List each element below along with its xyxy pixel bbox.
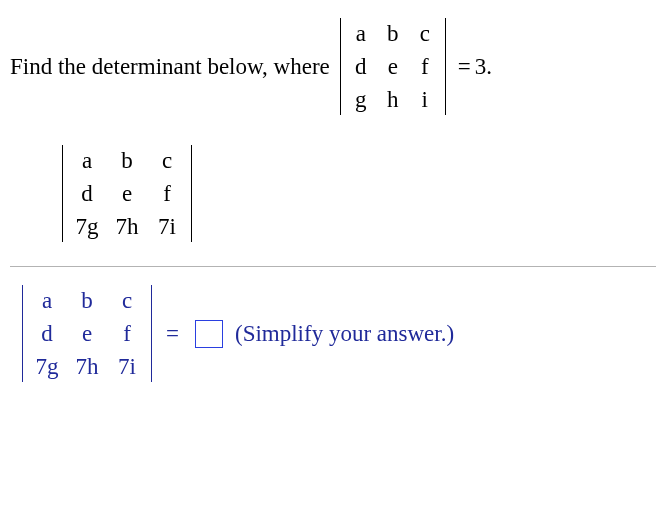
cell: d [71,182,103,205]
matrix-bar-left [22,285,23,382]
cell: e [111,182,143,205]
target-determinant: a b c d e f 7g 7h 7i [56,145,198,242]
matrix-bar-right [445,18,446,115]
cell: d [349,55,373,78]
prompt-text: Find the determinant below, where [10,54,330,80]
cell: c [111,289,143,312]
cell: a [31,289,63,312]
cell: g [349,88,373,111]
divider [10,266,656,267]
matrix-bar-right [191,145,192,242]
answer-determinant: a b c d e f 7g 7h 7i [16,285,158,382]
cell: a [349,22,373,45]
target-determinant-display: a b c d e f 7g 7h 7i [56,145,656,248]
cell: f [413,55,437,78]
cell: 7g [31,355,63,378]
matrix-grid: a b c d e f g h i [347,18,439,115]
matrix-grid: a b c d e f 7g 7h 7i [69,145,185,242]
cell: e [381,55,405,78]
cell: a [71,149,103,172]
matrix-bar-left [62,145,63,242]
cell: f [151,182,183,205]
cell: 7h [71,355,103,378]
matrix-bar-right [151,285,152,382]
cell: b [71,289,103,312]
hint-text: (Simplify your answer.) [235,321,454,347]
matrix-bar-left [340,18,341,115]
equals-sign: = [166,321,179,347]
cell: b [381,22,405,45]
cell: c [151,149,183,172]
problem-statement: Find the determinant below, where a b c … [10,18,656,115]
cell: i [413,88,437,111]
period: . [486,54,492,80]
given-value: 3 [475,54,487,80]
answer-input[interactable] [195,320,223,348]
cell: d [31,322,63,345]
given-determinant: a b c d e f g h i [334,18,452,115]
cell: 7g [71,215,103,238]
cell: e [71,322,103,345]
cell: 7h [111,215,143,238]
cell: c [413,22,437,45]
cell: f [111,322,143,345]
equals-sign: = [458,54,471,80]
cell: 7i [111,355,143,378]
matrix-grid: a b c d e f 7g 7h 7i [29,285,145,382]
answer-line: a b c d e f 7g 7h 7i = (Simplify your an… [16,285,656,382]
equals-value: = 3 . [458,54,492,80]
cell: b [111,149,143,172]
cell: h [381,88,405,111]
cell: 7i [151,215,183,238]
